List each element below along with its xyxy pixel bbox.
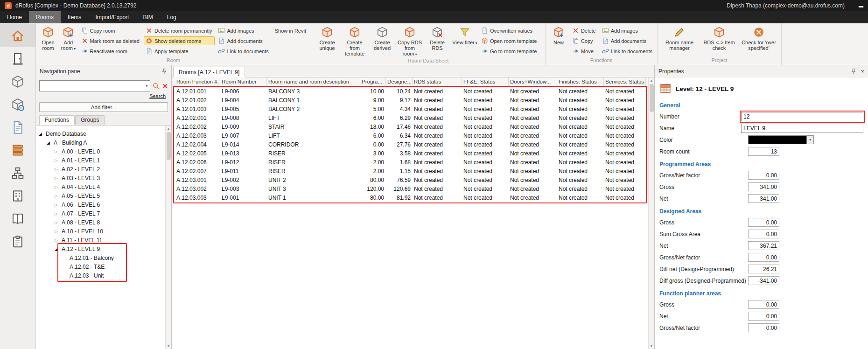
search-link[interactable]: Search	[42, 93, 166, 100]
dropdown-arrow-icon[interactable]: ▾	[476, 41, 477, 45]
column-header[interactable]: Finishes: Status	[557, 77, 604, 86]
scroll-thumb[interactable]	[167, 132, 171, 160]
table-row[interactable]: A.12.02.006L9-012RISER2.001.68Not create…	[175, 158, 654, 167]
module-systems[interactable]	[0, 93, 35, 116]
tree-collapse-icon[interactable]: ◢	[39, 132, 46, 136]
tree-item[interactable]: A.12.03 - Unit	[36, 271, 171, 280]
show-in-revit-button[interactable]: Show in Revit	[273, 26, 309, 35]
mark-room-deleted-button[interactable]: Mark room as deleted	[79, 36, 142, 45]
tab-home[interactable]: Home	[0, 11, 29, 23]
property-value-field[interactable]: 0.00	[748, 218, 779, 227]
copy-room-button[interactable]: Copy room	[79, 26, 142, 35]
column-header[interactable]: Designe...	[386, 77, 413, 86]
table-row[interactable]: A.12.02.007L9-011RISER2.001.15Not create…	[175, 167, 654, 175]
delete-function-button[interactable]: Delete	[570, 26, 599, 35]
create-unique-button[interactable]: Create unique	[314, 25, 340, 56]
clear-search-icon[interactable]: ✕	[162, 83, 168, 90]
column-header[interactable]: RDS status	[413, 77, 462, 86]
tree-collapse-icon[interactable]: ◢	[55, 247, 62, 251]
table-row[interactable]: A.12.01.001L9-006BALCONY 310.0010.24Not …	[175, 87, 654, 96]
column-header[interactable]: Doors+Window...	[509, 77, 557, 86]
copy-function-button[interactable]: Copy	[570, 36, 599, 45]
table-row[interactable]: A.12.02.005L9-013RISER3.003.58Not create…	[175, 149, 654, 158]
search-dropdown-icon[interactable]: ▾	[143, 84, 150, 88]
search-input[interactable]	[40, 81, 143, 91]
add-room-button[interactable]: Add room▾	[59, 25, 77, 56]
rooms-level-tab[interactable]: Rooms [A.12 - LEVEL 9]	[173, 67, 245, 77]
tree-item[interactable]: ◢A.12 - LEVEL 9	[36, 244, 171, 253]
table-row[interactable]: A.12.02.002L9-009STAIR18.0017.46Not crea…	[175, 122, 654, 131]
tab-functions[interactable]: Functions	[39, 115, 75, 125]
open-room-button[interactable]: Open room	[39, 25, 57, 56]
column-header[interactable]: FF&E: Status	[462, 77, 509, 86]
pin-icon[interactable]	[161, 68, 168, 75]
table-row[interactable]: A.12.01.003L9-005BALCONY 25.004.34Not cr…	[175, 105, 654, 113]
add-images-button[interactable]: Add images	[216, 26, 271, 35]
tree-expand-icon[interactable]: ▷	[55, 158, 62, 163]
tree-item[interactable]: ▷A.03 - LEVEL 3	[36, 174, 171, 182]
link-documents-button[interactable]: Link to documents	[216, 47, 271, 56]
tree-expand-icon[interactable]: ▷	[55, 176, 62, 181]
tab-rooms[interactable]: Rooms	[29, 11, 61, 23]
table-row[interactable]: A.12.01.002L9-004BALCONY 19.009.17Not cr…	[175, 96, 654, 105]
rds-item-check-button[interactable]: RDS <-> Item check	[700, 25, 738, 56]
pin-icon[interactable]	[850, 68, 857, 75]
table-row[interactable]: A.12.02.004L9-014CORRIDOR0.0027.76Not cr…	[175, 140, 654, 149]
tree-item[interactable]: ▷A.11 - LEVEL 11	[36, 236, 171, 244]
new-function-button[interactable]: New	[548, 25, 569, 56]
copy-rds-from-room-button[interactable]: Copy RDS from room▾	[397, 25, 423, 57]
tree-item[interactable]: ▷A.04 - LEVEL 4	[36, 182, 171, 191]
tree-item[interactable]: ▷A.06 - LEVEL 6	[36, 200, 171, 209]
tree-expand-icon[interactable]: ▷	[55, 149, 62, 154]
tree-item[interactable]: ◢Demo Database	[36, 129, 171, 138]
property-value-field[interactable]: 0.00	[748, 253, 779, 262]
color-picker[interactable]: ▾	[748, 135, 814, 144]
tab-items[interactable]: Items	[61, 11, 88, 23]
tree-item[interactable]: ▷A.01 - LEVEL 1	[36, 156, 171, 165]
column-header[interactable]: Progra...	[360, 77, 386, 86]
tab-bim[interactable]: BIM	[136, 11, 160, 23]
tree-expand-icon[interactable]: ▷	[55, 229, 62, 234]
table-row[interactable]: A.12.03.002L9-003UNIT 3120.00120.69Not c…	[175, 184, 654, 193]
module-items[interactable]	[0, 70, 35, 93]
overwritten-values-button[interactable]: Overwritten values	[479, 26, 539, 35]
property-value-field[interactable]: 0.00	[748, 230, 779, 238]
module-processes[interactable]	[0, 161, 35, 184]
property-value-field[interactable]: 0.00	[748, 312, 779, 321]
create-from-template-button[interactable]: Create from template	[342, 25, 368, 56]
module-specifications[interactable]	[0, 230, 35, 253]
module-reports[interactable]	[0, 207, 35, 230]
module-rooms[interactable]	[0, 47, 35, 70]
close-icon[interactable]: ×	[861, 68, 864, 75]
tree-expand-icon[interactable]: ▷	[55, 238, 62, 243]
show-deleted-rooms-toggle[interactable]: Show deleted rooms	[144, 36, 215, 45]
room-name-manager-button[interactable]: Room name manager	[660, 25, 699, 56]
property-value-field[interactable]: 26.21	[748, 265, 779, 273]
property-value-field[interactable]: 0.00	[748, 171, 779, 180]
tree-item[interactable]: ▷A.00 - LEVEL 0	[36, 147, 171, 156]
column-header[interactable]: Room Number	[220, 77, 267, 86]
module-home[interactable]	[0, 24, 35, 47]
function-add-documents-button[interactable]: Add documents	[600, 36, 655, 45]
view-filter-button[interactable]: View filter▾	[452, 25, 478, 56]
tab-log[interactable]: Log	[160, 11, 183, 23]
tree-item[interactable]: ▷A.07 - LEVEL 7	[36, 209, 171, 218]
column-header[interactable]: Services: Status	[604, 77, 646, 86]
module-documents[interactable]	[0, 116, 35, 139]
move-function-button[interactable]: Move	[570, 47, 599, 56]
goto-room-template-button[interactable]: Go to room template	[479, 47, 539, 56]
add-documents-button[interactable]: Add documents	[216, 36, 271, 45]
apply-template-button[interactable]: Apply template	[144, 47, 215, 56]
function-link-documents-button[interactable]: Link to documents	[600, 47, 655, 56]
check-over-specified-button[interactable]: Check for 'over specified'	[740, 25, 778, 56]
tree-collapse-icon[interactable]: ◢	[47, 140, 54, 145]
table-row[interactable]: A.12.02.003L9-007LIFT6.006.34Not created…	[175, 131, 654, 140]
tree-expand-icon[interactable]: ▷	[55, 194, 62, 198]
dropdown-arrow-icon[interactable]: ▾	[74, 47, 76, 51]
column-header[interactable]: Room name and room description	[267, 77, 360, 86]
module-buildings[interactable]	[0, 184, 35, 207]
scroll-down-icon[interactable]: ▼	[167, 343, 170, 349]
tree-item[interactable]: ▷A.02 - LEVEL 2	[36, 165, 171, 174]
tree-item[interactable]: ▷A.05 - LEVEL 5	[36, 191, 171, 200]
tree-item[interactable]: ▷A.10 - LEVEL 10	[36, 227, 171, 236]
